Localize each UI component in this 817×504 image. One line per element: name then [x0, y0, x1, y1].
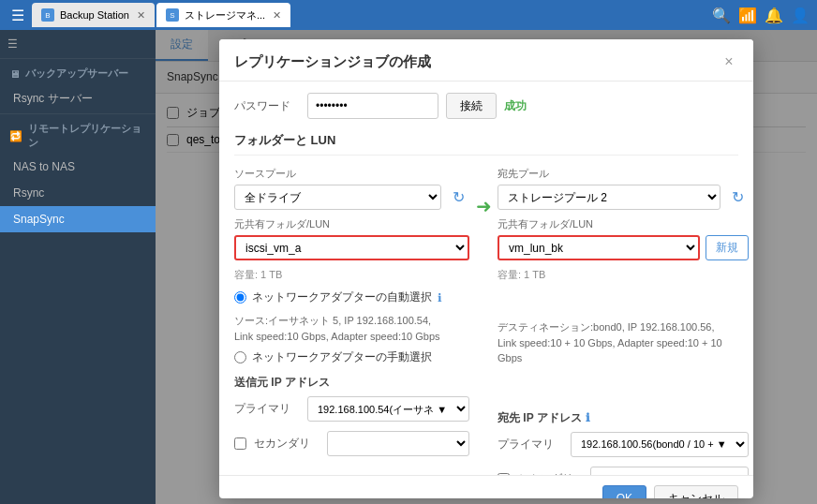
network-auto-info: ソース:イーサネット 5, IP 192.168.100.54, Link sp… — [234, 313, 469, 344]
dest-network-info: デスティネーション:bond0, IP 192.168.100.56, Link… — [498, 319, 749, 366]
sidebar-top-icon[interactable]: ☰ — [0, 30, 156, 58]
folder-lun-section-title: フォルダーと LUN — [234, 132, 738, 156]
storage-manager-icon: S — [166, 8, 179, 22]
dest-ip-section: 宛先 IP アドレス ℹ — [498, 410, 749, 426]
dest-secondary-label: セカンダリ — [517, 471, 583, 476]
user-icon[interactable]: 👤 — [791, 7, 810, 24]
network-auto-label: ネットワークアダプターの自動選択 — [252, 289, 432, 305]
dest-ip-info-icon[interactable]: ℹ — [586, 411, 590, 424]
source-secondary-label: セカンダリ — [254, 436, 319, 452]
menu-icon[interactable]: ☰ — [7, 3, 28, 28]
connect-btn[interactable]: 接続 — [446, 93, 497, 119]
network-auto-radio[interactable] — [234, 291, 246, 304]
network-manual-radio[interactable] — [234, 351, 246, 363]
sidebar-section-backup: 🖥 バックアップサーバー — [0, 58, 156, 84]
source-pool-wrapper: 全ドライブ ↻ — [234, 185, 469, 210]
source-primary-label: プライマリ — [234, 401, 300, 417]
sidebar-item-snapsync[interactable]: SnapSync — [0, 206, 156, 232]
source-pool-refresh-icon[interactable]: ↻ — [447, 186, 469, 209]
rsync-label: Rsync — [13, 186, 44, 200]
dest-pool-label: 宛先プール — [498, 167, 749, 181]
tab-backup-close[interactable]: ✕ — [137, 9, 145, 22]
dialog-close-btn[interactable]: × — [720, 52, 738, 71]
password-row: パスワード 接続 成功 — [234, 93, 738, 119]
network-manual-label: ネットワークアダプターの手動選択 — [252, 349, 432, 365]
dest-lun-select[interactable]: vm_lun_bk — [498, 235, 700, 260]
dest-pool-select[interactable]: ストレージプール 2 — [498, 185, 720, 210]
network-manual-item: ネットワークアダプターの手動選択 — [234, 349, 469, 365]
source-column: ソースプール 全ドライブ ↻ 元共有フォルダ/LUN iscsi_vm_a — [234, 167, 469, 466]
source-capacity: 容量: 1 TB — [234, 268, 469, 282]
dest-column: 宛先プール ストレージプール 2 ↻ 元共有フォルダ/LUN vm_lun — [498, 167, 749, 475]
dest-pool-refresh-icon[interactable]: ↻ — [726, 186, 749, 209]
new-btn[interactable]: 新規 — [706, 235, 749, 260]
dialog-title-bar: レプリケーションジョブの作成 × — [219, 39, 753, 82]
dest-secondary-checkbox[interactable] — [498, 473, 510, 476]
content-area: 設定 レプリケーション SnapSync では、 ON Sn ジョブ名 qes_… — [156, 30, 817, 504]
backup-station-icon: B — [41, 8, 54, 22]
top-bar-actions: 🔍 📶 🔔 👤 — [712, 7, 810, 24]
source-lun-select[interactable]: iscsi_vm_a — [234, 235, 469, 260]
search-icon[interactable]: 🔍 — [712, 7, 731, 24]
tab-backup-label: Backup Station — [60, 9, 129, 21]
password-label: パスワード — [234, 98, 300, 114]
arrow-col: ➜ — [469, 167, 498, 217]
tab-bar: B Backup Station ✕ S ストレージマネ... ✕ — [32, 3, 708, 27]
dialog-body: パスワード 接続 成功 フォルダーと LUN ソースプール — [219, 82, 753, 475]
remote-rep-icon: 🔁 — [9, 130, 22, 142]
cancel-btn[interactable]: キャンセル — [654, 485, 738, 498]
dest-pool-wrapper: ストレージプール 2 ↻ — [498, 185, 749, 210]
source-pool-select[interactable]: 全ドライブ — [234, 185, 441, 210]
sidebar-item-rsync-server[interactable]: Rsync サーバー — [0, 84, 156, 113]
rsync-server-label: Rsync サーバー — [13, 92, 93, 105]
top-bar: ☰ B Backup Station ✕ S ストレージマネ... ✕ 🔍 📶 … — [0, 0, 817, 30]
password-input[interactable] — [307, 93, 438, 119]
dialog: レプリケーションジョブの作成 × パスワード 接続 成功 フォルダーと LUN — [219, 39, 753, 498]
main-container: ☰ 🖥 バックアップサーバー Rsync サーバー 🔁 リモートレプリケーション… — [0, 30, 817, 504]
tab-storage-close[interactable]: ✕ — [273, 9, 281, 22]
pool-section: ソースプール 全ドライブ ↻ 元共有フォルダ/LUN iscsi_vm_a — [234, 167, 738, 475]
source-secondary-checkbox[interactable] — [234, 437, 246, 450]
dest-lun-wrapper: vm_lun_bk 新規 — [498, 235, 749, 260]
sidebar-item-rsync[interactable]: Rsync — [0, 180, 156, 206]
dest-secondary-row: セカンダリ — [498, 467, 749, 476]
snapsync-label: SnapSync — [13, 213, 65, 226]
source-lun-label: 元共有フォルダ/LUN — [234, 217, 469, 231]
network-icon[interactable]: 📶 — [738, 7, 757, 24]
backup-server-icon: 🖥 — [9, 68, 20, 80]
source-primary-select[interactable]: 192.168.100.54(イーサネ ▼ — [307, 396, 469, 422]
nas-to-nas-label: NAS to NAS — [13, 160, 75, 173]
network-auto-item: ネットワークアダプターの自動選択 ℹ — [234, 289, 469, 305]
modal-overlay: レプリケーションジョブの作成 × パスワード 接続 成功 フォルダーと LUN — [156, 30, 817, 504]
network-auto-group: ネットワークアダプターの自動選択 ℹ — [234, 289, 469, 305]
source-primary-row: プライマリ 192.168.100.54(イーサネ ▼ — [234, 396, 469, 422]
source-ip-section: 送信元 IP アドレス — [234, 375, 469, 391]
dest-primary-row: プライマリ 192.168.100.56(bond0 / 10 + ▼ — [498, 432, 749, 457]
dest-primary-select[interactable]: 192.168.100.56(bond0 / 10 + ▼ — [571, 432, 749, 457]
tab-storage-manager[interactable]: S ストレージマネ... ✕ — [156, 3, 290, 27]
dest-secondary-select[interactable] — [590, 467, 749, 476]
success-label: 成功 — [504, 98, 527, 114]
sidebar-section-remote: 🔁 リモートレプリケーション — [0, 113, 156, 154]
arrow-right-icon: ➜ — [476, 195, 492, 217]
dest-primary-label: プライマリ — [498, 437, 563, 452]
tab-storage-label: ストレージマネ... — [185, 8, 265, 22]
tab-backup-station[interactable]: B Backup Station ✕ — [32, 3, 155, 27]
sidebar: ☰ 🖥 バックアップサーバー Rsync サーバー 🔁 リモートレプリケーション… — [0, 30, 156, 504]
ok-btn[interactable]: OK — [602, 485, 646, 498]
notification-icon[interactable]: 🔔 — [765, 7, 783, 24]
source-lun-wrapper: iscsi_vm_a — [234, 235, 469, 260]
remote-rep-label: リモートレプリケーション — [28, 122, 146, 150]
dialog-footer: OK キャンセル — [219, 475, 753, 498]
source-secondary-row: セカンダリ — [234, 431, 469, 456]
dest-capacity: 容量: 1 TB — [498, 268, 749, 282]
backup-server-label: バックアップサーバー — [25, 67, 128, 81]
source-secondary-select[interactable] — [327, 431, 469, 456]
network-auto-info-icon[interactable]: ℹ — [438, 291, 442, 304]
sidebar-item-nas-to-nas[interactable]: NAS to NAS — [0, 154, 156, 180]
dialog-title: レプリケーションジョブの作成 — [234, 53, 431, 71]
dest-lun-label: 元共有フォルダ/LUN — [498, 217, 749, 231]
source-pool-label: ソースプール — [234, 167, 469, 181]
